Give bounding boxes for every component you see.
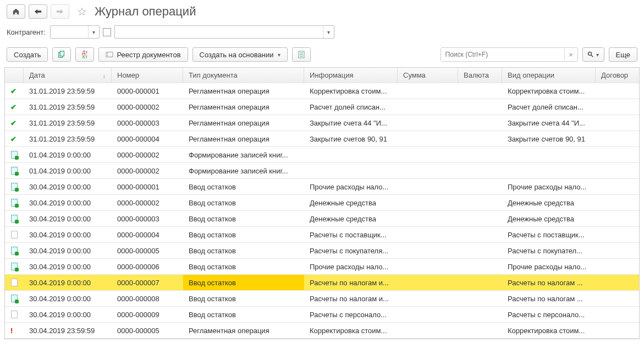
col-icon[interactable]	[5, 68, 24, 83]
col-date[interactable]: Дата↓	[24, 68, 112, 83]
cell-number: 0000-000009	[112, 307, 183, 322]
table-row[interactable]: 30.04.2019 0:00:000000-000002Ввод остатк…	[5, 195, 639, 211]
contragent-value-select[interactable]: ▾	[114, 25, 334, 39]
cell-info: Расчеты с покупателя...	[304, 243, 398, 258]
table-row[interactable]: ✔31.01.2019 23:59:590000-000001Регламент…	[5, 83, 639, 99]
cell-number: 0000-000003	[112, 211, 183, 226]
cell-sum	[398, 243, 458, 258]
cell-info: Закрытие счетов 90, 91	[304, 131, 398, 146]
registry-label: Реестр документов	[117, 51, 180, 59]
cell-optype: Прочие расходы нало...	[502, 259, 596, 274]
cell-contract	[596, 275, 639, 290]
cell-contract	[596, 99, 639, 115]
cell-currency	[458, 243, 502, 258]
table-row[interactable]: !30.04.2019 23:59:590000-000005Регламент…	[5, 323, 639, 339]
table-row[interactable]: 30.04.2019 0:00:000000-000004Ввод остатк…	[5, 227, 639, 243]
cell-contract	[596, 307, 639, 322]
cell-info: Денежные средства	[304, 195, 398, 210]
cell-optype: Корректировка стоим...	[502, 323, 596, 338]
cell-optype: Расчеты по налогам ...	[502, 291, 596, 306]
alert-icon: !	[10, 327, 18, 334]
cell-date: 30.04.2019 0:00:00	[24, 227, 112, 242]
back-button[interactable]	[29, 4, 47, 19]
col-doctype[interactable]: Тип документа	[183, 68, 304, 83]
table-row[interactable]: 01.04.2019 0:00:000000-000002Формировани…	[5, 163, 639, 179]
search-clear-button[interactable]: ×	[564, 48, 577, 61]
copy-button[interactable]	[52, 47, 71, 62]
table-row[interactable]: 30.04.2019 0:00:000000-000008Ввод остатк…	[5, 291, 639, 307]
svg-point-9	[588, 52, 592, 56]
col-number[interactable]: Номер	[112, 68, 183, 83]
col-sum[interactable]: Сумма	[398, 68, 458, 83]
cell-date: 01.04.2019 0:00:00	[24, 147, 112, 162]
cell-currency	[458, 307, 502, 322]
cell-sum	[398, 115, 458, 131]
cell-currency	[458, 291, 502, 306]
cell-optype: Расчеты по налогам ...	[502, 275, 596, 290]
report-button[interactable]	[292, 47, 311, 62]
cell-contract	[596, 179, 639, 194]
cell-info: Прочие расходы нало...	[304, 259, 398, 274]
search-dropdown-button[interactable]: ▾	[582, 47, 604, 62]
cell-number: 0000-000006	[112, 259, 183, 274]
cell-doctype: Ввод остатков	[183, 195, 304, 210]
table-row[interactable]: ✔31.01.2019 23:59:590000-000002Регламент…	[5, 99, 639, 115]
cell-currency	[458, 99, 502, 115]
document-posted-icon	[11, 167, 18, 175]
cell-date: 30.04.2019 0:00:00	[24, 307, 112, 322]
create-based-label: Создать на основании	[200, 51, 274, 59]
table-row[interactable]: 30.04.2019 0:00:000000-000009Ввод остатк…	[5, 307, 639, 323]
cell-optype: Закрытие счетов 90, 91	[502, 131, 596, 146]
table-row[interactable]: ✔31.01.2019 23:59:590000-000003Регламент…	[5, 115, 639, 131]
chevron-down-icon: ▾	[88, 26, 99, 38]
create-based-button[interactable]: Создать на основании ▾	[192, 47, 288, 62]
svg-line-10	[591, 55, 593, 57]
operations-table: Дата↓ Номер Тип документа Информация Сум…	[4, 67, 640, 339]
search-input[interactable]	[441, 48, 564, 61]
cell-number: 0000-000003	[112, 115, 183, 131]
filter-checkbox[interactable]	[103, 28, 111, 36]
cell-doctype: Ввод остатков	[183, 211, 304, 226]
table-row[interactable]: 01.04.2019 0:00:000000-000002Формировани…	[5, 147, 639, 163]
document-posted-icon	[11, 151, 18, 159]
cell-doctype: Регламентная операция	[183, 115, 304, 131]
cell-number: 0000-000004	[112, 131, 183, 146]
cell-doctype: Ввод остатков	[183, 179, 304, 194]
table-row[interactable]: 30.04.2019 0:00:000000-000001Ввод остатк…	[5, 179, 639, 195]
filter-label-contragent: Контрагент:	[7, 28, 46, 36]
cell-sum	[398, 83, 458, 99]
document-posted-icon	[11, 215, 18, 222]
cell-date: 30.04.2019 23:59:59	[24, 323, 112, 338]
cell-contract	[596, 83, 639, 99]
cell-optype	[502, 163, 596, 178]
cell-sum	[398, 323, 458, 338]
cell-sum	[398, 291, 458, 306]
cell-optype: Корректировка стоим...	[502, 83, 596, 99]
registry-button[interactable]: Реестр документов	[98, 47, 188, 62]
cell-sum	[398, 307, 458, 322]
col-info[interactable]: Информация	[304, 68, 398, 83]
cell-doctype: Ввод остатков	[183, 243, 304, 258]
cell-info: Расчеты по налогам и...	[304, 291, 398, 306]
more-button[interactable]: Еще	[609, 47, 637, 62]
contragent-select[interactable]: ▾	[50, 25, 100, 39]
dtkt-button[interactable]: ДтКт	[75, 47, 94, 62]
create-button[interactable]: Создать	[7, 47, 48, 62]
table-row[interactable]: 30.04.2019 0:00:000000-000007Ввод остатк…	[5, 275, 639, 291]
table-row[interactable]: 30.04.2019 0:00:000000-000003Ввод остатк…	[5, 211, 639, 227]
col-currency[interactable]: Валюта	[458, 68, 502, 83]
table-row[interactable]: ✔31.01.2019 23:59:590000-000004Регламент…	[5, 131, 639, 147]
cell-date: 31.01.2019 23:59:59	[24, 83, 112, 99]
document-icon	[11, 311, 18, 318]
home-button[interactable]	[7, 4, 25, 19]
forward-button[interactable]	[51, 4, 69, 19]
table-row[interactable]: 30.04.2019 0:00:000000-000006Ввод остатк…	[5, 259, 639, 275]
cell-currency	[458, 163, 502, 178]
cell-sum	[398, 99, 458, 115]
cell-doctype: Регламентная операция	[183, 99, 304, 115]
favorite-icon[interactable]: ☆	[77, 5, 87, 18]
cell-doctype: Ввод остатков	[183, 259, 304, 274]
table-row[interactable]: 30.04.2019 0:00:000000-000005Ввод остатк…	[5, 243, 639, 259]
col-contract[interactable]: Договор	[596, 68, 639, 83]
col-optype[interactable]: Вид операции	[502, 68, 596, 83]
